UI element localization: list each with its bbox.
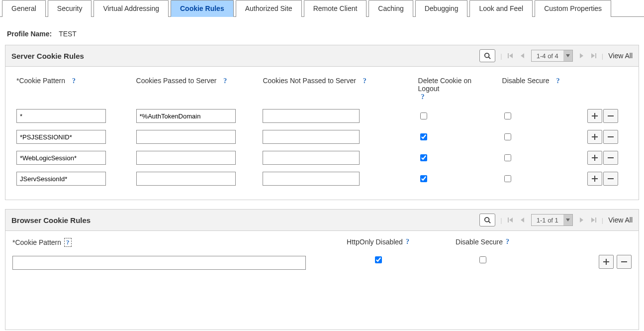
minus-icon bbox=[607, 133, 614, 140]
tab-look-and-feel[interactable]: Look and Feel bbox=[469, 0, 533, 17]
help-icon[interactable]: ? bbox=[223, 77, 227, 85]
delete-row-button[interactable] bbox=[617, 255, 632, 269]
svg-marker-5 bbox=[566, 54, 570, 57]
tab-authorized-site[interactable]: Authorized Site bbox=[236, 0, 302, 17]
disable-secure-checkbox[interactable] bbox=[504, 175, 511, 182]
cookies-passed-input[interactable] bbox=[136, 172, 236, 186]
view-all-link[interactable]: View All bbox=[608, 52, 633, 60]
cookies-passed-input[interactable] bbox=[136, 109, 236, 123]
tab-general[interactable]: General bbox=[2, 0, 46, 17]
disable-secure-checkbox[interactable] bbox=[504, 154, 511, 161]
prev-page-button[interactable] bbox=[519, 217, 526, 223]
delete-on-logout-checkbox[interactable] bbox=[420, 133, 427, 140]
svg-marker-4 bbox=[521, 53, 524, 58]
svg-rect-14 bbox=[608, 136, 614, 137]
page-range-select[interactable]: 1-4 of 4 bbox=[531, 50, 573, 62]
httponly-disabled-checkbox[interactable] bbox=[375, 256, 382, 263]
search-icon bbox=[484, 217, 491, 223]
delete-row-button[interactable] bbox=[603, 109, 618, 123]
view-all-link[interactable]: View All bbox=[608, 216, 633, 224]
first-page-icon bbox=[508, 53, 514, 59]
disable-secure-checkbox[interactable] bbox=[504, 133, 511, 140]
chevron-down-icon bbox=[566, 54, 570, 57]
cookie-pattern-input[interactable] bbox=[16, 130, 106, 144]
page-range-select[interactable]: 1-1 of 1 bbox=[531, 214, 573, 226]
cookies-not-passed-input[interactable] bbox=[263, 151, 360, 165]
browser-disable-secure-checkbox[interactable] bbox=[479, 256, 486, 263]
table-row bbox=[13, 128, 631, 148]
plus-icon bbox=[591, 154, 598, 161]
help-icon[interactable]: ? bbox=[363, 77, 367, 85]
add-row-button[interactable] bbox=[587, 151, 602, 165]
delete-on-logout-checkbox[interactable] bbox=[420, 154, 427, 161]
cookies-not-passed-input[interactable] bbox=[263, 172, 360, 186]
svg-rect-29 bbox=[595, 218, 596, 222]
tab-virtual-addressing[interactable]: Virtual Addressing bbox=[93, 0, 169, 17]
add-row-button[interactable] bbox=[587, 130, 602, 144]
prev-page-button[interactable] bbox=[519, 52, 526, 59]
svg-point-0 bbox=[485, 53, 489, 58]
help-icon[interactable]: ? bbox=[506, 238, 509, 246]
svg-marker-25 bbox=[521, 218, 524, 222]
cookies-not-passed-input[interactable] bbox=[263, 130, 360, 144]
add-row-button[interactable] bbox=[587, 109, 602, 123]
svg-marker-26 bbox=[566, 219, 570, 221]
add-row-button[interactable] bbox=[587, 172, 602, 186]
svg-rect-19 bbox=[592, 178, 598, 179]
delete-row-button[interactable] bbox=[603, 151, 618, 165]
tab-remote-client[interactable]: Remote Client bbox=[304, 0, 367, 17]
plus-icon bbox=[591, 175, 598, 182]
page-range-dropdown[interactable] bbox=[563, 215, 572, 225]
svg-point-21 bbox=[485, 218, 489, 222]
next-page-button[interactable] bbox=[578, 52, 585, 59]
tab-cookie-rules[interactable]: Cookie Rules bbox=[171, 0, 234, 17]
help-icon[interactable]: ? bbox=[64, 238, 72, 247]
svg-rect-32 bbox=[621, 261, 627, 262]
cookie-pattern-input[interactable] bbox=[16, 151, 106, 165]
svg-marker-27 bbox=[580, 218, 583, 222]
delete-on-logout-checkbox[interactable] bbox=[420, 112, 427, 119]
col-delete-on-logout: Delete Cookie on Logout bbox=[418, 77, 495, 93]
next-page-button[interactable] bbox=[578, 217, 585, 223]
browser-cookie-rules-grid: Browser Cookie Rules | 1-1 of 1 bbox=[5, 209, 639, 330]
last-page-button[interactable] bbox=[590, 52, 597, 59]
delete-row-button[interactable] bbox=[603, 172, 618, 186]
page-range-dropdown[interactable] bbox=[563, 50, 572, 61]
svg-line-22 bbox=[489, 221, 491, 223]
last-page-icon bbox=[590, 53, 596, 59]
cookie-pattern-input[interactable] bbox=[16, 109, 106, 123]
table-row bbox=[13, 170, 631, 190]
svg-rect-16 bbox=[592, 157, 598, 158]
disable-secure-checkbox[interactable] bbox=[504, 112, 511, 119]
help-icon[interactable]: ? bbox=[421, 93, 425, 101]
add-row-button[interactable] bbox=[599, 255, 614, 269]
browser-cookie-pattern-input[interactable] bbox=[12, 256, 306, 270]
tab-caching[interactable]: Caching bbox=[368, 0, 413, 17]
search-button[interactable] bbox=[479, 49, 495, 62]
svg-rect-17 bbox=[608, 157, 614, 158]
first-page-button[interactable] bbox=[507, 217, 514, 223]
cookies-passed-input[interactable] bbox=[136, 151, 236, 165]
search-button[interactable] bbox=[479, 214, 495, 226]
cookies-passed-input[interactable] bbox=[136, 130, 236, 144]
help-icon[interactable]: ? bbox=[72, 77, 76, 85]
last-page-icon bbox=[590, 217, 596, 223]
chevron-left-icon bbox=[520, 217, 525, 223]
cookies-not-passed-input[interactable] bbox=[263, 109, 360, 123]
last-page-button[interactable] bbox=[590, 217, 597, 223]
first-page-button[interactable] bbox=[507, 52, 514, 59]
separator: | bbox=[602, 52, 603, 60]
tab-debugging[interactable]: Debugging bbox=[415, 0, 468, 17]
svg-rect-23 bbox=[508, 218, 509, 222]
tab-custom-properties[interactable]: Custom Properties bbox=[535, 0, 611, 17]
help-icon[interactable]: ? bbox=[406, 238, 409, 246]
delete-on-logout-checkbox[interactable] bbox=[420, 175, 427, 182]
tab-security[interactable]: Security bbox=[48, 0, 92, 17]
chevron-left-icon bbox=[520, 53, 525, 59]
help-icon[interactable]: ? bbox=[556, 77, 559, 85]
separator: | bbox=[602, 217, 603, 224]
cookie-pattern-input[interactable] bbox=[16, 172, 106, 186]
svg-rect-13 bbox=[592, 136, 598, 137]
minus-icon bbox=[607, 154, 614, 161]
delete-row-button[interactable] bbox=[603, 130, 618, 144]
